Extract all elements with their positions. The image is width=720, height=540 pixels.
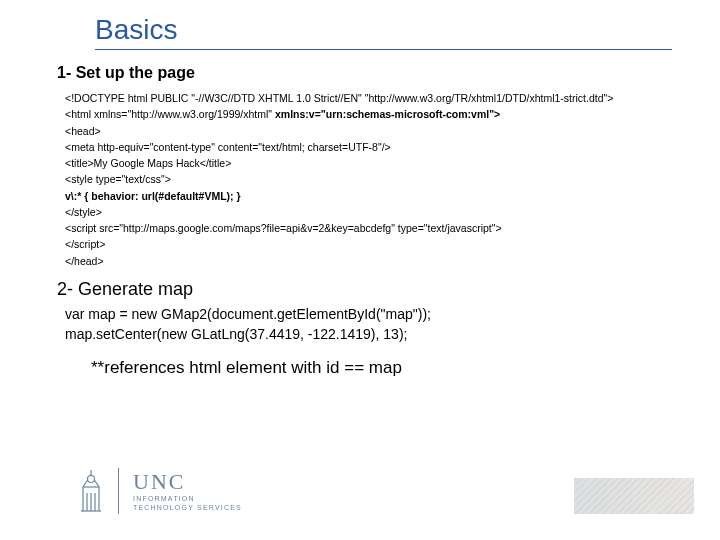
code-line: var map = new GMap2(document.getElementB… <box>65 305 672 325</box>
unc-cupola-icon <box>78 469 104 513</box>
org-subtitle-2: TECHNOLOGY SERVICES <box>133 504 242 511</box>
code-line: <meta http-equiv="content-type" content=… <box>65 139 672 155</box>
section-1-heading: 1- Set up the page <box>57 64 672 82</box>
code-line: <style type="text/css"> <box>65 171 672 187</box>
code-line: <!DOCTYPE html PUBLIC "-//W3C//DTD XHTML… <box>65 90 672 106</box>
code-line: <head> <box>65 123 672 139</box>
section-2-heading: 2- Generate map <box>57 279 672 300</box>
svg-point-0 <box>88 476 95 483</box>
footer-logo: UNC INFORMATION TECHNOLOGY SERVICES <box>78 468 242 514</box>
code-bold: xmlns:v="urn:schemas-microsoft-com:vml"> <box>275 108 500 120</box>
org-subtitle-1: INFORMATION <box>133 495 242 502</box>
page-title: Basics <box>95 14 672 50</box>
decorative-pattern <box>574 478 694 514</box>
code-line: </head> <box>65 253 672 269</box>
reference-note: **references html element with id == map <box>91 358 672 378</box>
code-bold: v\:* { behavior: url(#default#VML); } <box>65 188 672 204</box>
code-line: map.setCenter(new GLatLng(37.4419, -122.… <box>65 325 672 345</box>
code-block-generate: var map = new GMap2(document.getElementB… <box>65 305 672 344</box>
code-text: <html xmlns="http://www.w3.org/1999/xhtm… <box>65 108 275 120</box>
code-block-setup: <!DOCTYPE html PUBLIC "-//W3C//DTD XHTML… <box>65 90 672 269</box>
logo-divider <box>118 468 119 514</box>
code-line: </style> <box>65 204 672 220</box>
org-name: UNC <box>133 471 242 493</box>
code-line: <title>My Google Maps Hack</title> <box>65 155 672 171</box>
code-line: </script> <box>65 236 672 252</box>
code-line: <script src="http://maps.google.com/maps… <box>65 220 672 236</box>
code-line: <html xmlns="http://www.w3.org/1999/xhtm… <box>65 106 672 122</box>
